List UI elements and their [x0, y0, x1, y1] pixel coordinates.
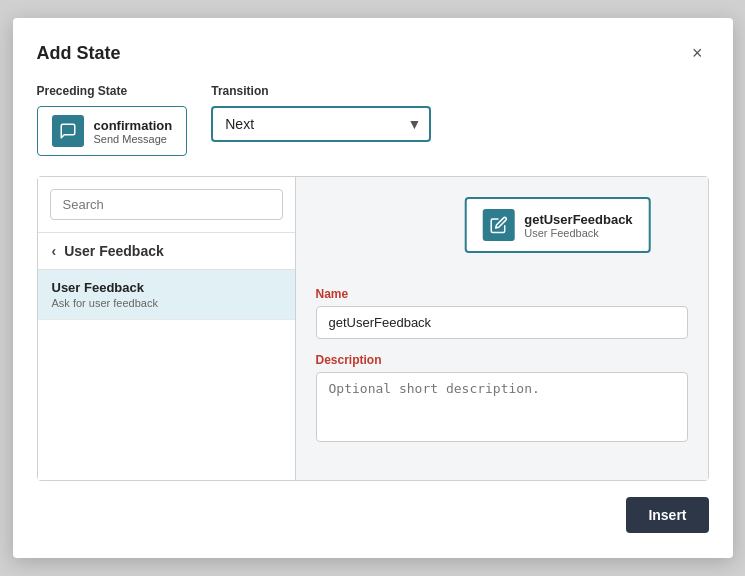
search-input[interactable]: [50, 189, 283, 220]
description-label: Description: [316, 353, 688, 367]
left-panel: ‹ User Feedback User Feedback Ask for us…: [38, 177, 296, 480]
top-section: Preceding State confirmation Send Messag…: [37, 84, 709, 156]
nav-row[interactable]: ‹ User Feedback: [38, 233, 295, 270]
back-icon: ‹: [52, 243, 57, 259]
preceding-state-group: Preceding State confirmation Send Messag…: [37, 84, 188, 156]
preview-text: getUserFeedback User Feedback: [524, 212, 632, 239]
list-item-name: User Feedback: [52, 280, 281, 295]
modal-footer: Insert: [37, 497, 709, 533]
list-item-desc: Ask for user feedback: [52, 297, 281, 309]
modal-title: Add State: [37, 43, 121, 64]
right-panel: getUserFeedback User Feedback Name Descr…: [296, 177, 708, 480]
add-state-modal: Add State × Preceding State confirmation…: [13, 18, 733, 558]
preceding-state-text: confirmation Send Message: [94, 118, 173, 145]
preceding-state-label: Preceding State: [37, 84, 188, 98]
transition-select-wrapper: Next Previous Error ▼: [211, 106, 431, 142]
state-preview-card: getUserFeedback User Feedback: [464, 197, 650, 253]
preceding-state-name: confirmation: [94, 118, 173, 133]
description-textarea[interactable]: [316, 372, 688, 442]
transition-select[interactable]: Next Previous Error: [211, 106, 431, 142]
preceding-state-card: confirmation Send Message: [37, 106, 188, 156]
name-input[interactable]: [316, 306, 688, 339]
nav-label: User Feedback: [64, 243, 164, 259]
preceding-state-sub: Send Message: [94, 133, 173, 145]
transition-group: Transition Next Previous Error ▼: [211, 84, 431, 142]
preceding-state-icon: [52, 115, 84, 147]
modal-header: Add State ×: [37, 42, 709, 64]
list-item[interactable]: User Feedback Ask for user feedback: [38, 270, 295, 320]
preview-sub: User Feedback: [524, 227, 632, 239]
preview-name: getUserFeedback: [524, 212, 632, 227]
preview-icon: [482, 209, 514, 241]
name-label: Name: [316, 287, 688, 301]
main-content: ‹ User Feedback User Feedback Ask for us…: [37, 176, 709, 481]
form-section: Name Description: [316, 287, 688, 446]
close-button[interactable]: ×: [686, 42, 709, 64]
search-wrapper: [38, 177, 295, 233]
insert-button[interactable]: Insert: [626, 497, 708, 533]
name-field-group: Name: [316, 287, 688, 339]
description-field-group: Description: [316, 353, 688, 446]
transition-label: Transition: [211, 84, 431, 98]
